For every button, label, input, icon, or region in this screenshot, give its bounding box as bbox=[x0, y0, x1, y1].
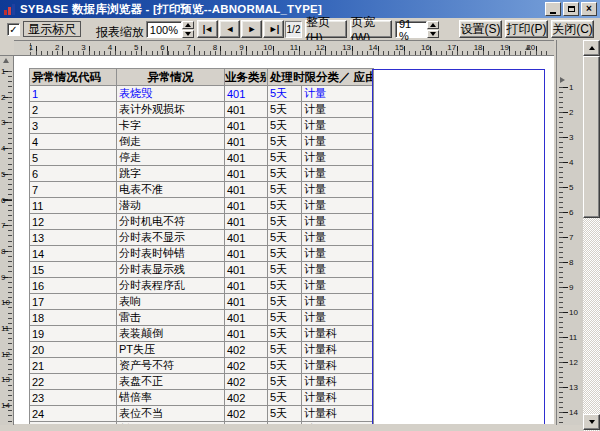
ruler-number: 11 bbox=[569, 333, 577, 342]
print-button[interactable]: 打印(P) bbox=[505, 20, 548, 38]
ruler-number: 13 bbox=[1, 375, 10, 384]
minimize-icon bbox=[550, 12, 556, 14]
table-cell: 计量科 bbox=[302, 374, 374, 390]
ruler-number: 3 bbox=[1, 118, 5, 127]
restore-icon bbox=[568, 6, 575, 12]
table-cell: 计量 bbox=[302, 246, 374, 262]
table-cell: 计量 bbox=[302, 230, 374, 246]
ruler-number: 10 bbox=[569, 308, 578, 317]
table-row: 16分时表程序乱4015天计量 bbox=[30, 278, 374, 294]
table-cell: PT失压 bbox=[117, 342, 225, 358]
table-row: 7电表不准4015天计量 bbox=[30, 182, 374, 198]
scale-up-button[interactable] bbox=[427, 21, 439, 29]
table-cell: 402 bbox=[225, 422, 268, 425]
toolbar: ✓ 显示标尺 报表缩放 100% |◄ ◄ ► ►| 1/2 整页(H) 页宽(… bbox=[0, 18, 600, 40]
table-cell: 401 bbox=[225, 182, 268, 198]
ruler-number: 5 bbox=[1, 169, 5, 178]
column-header: 异常情况 bbox=[117, 69, 225, 86]
scale-down-button[interactable] bbox=[427, 30, 439, 38]
table-cell: 5天 bbox=[268, 86, 302, 102]
ruler-number: 18 bbox=[474, 43, 483, 52]
ruler-number: 14 bbox=[1, 401, 10, 410]
up-arrow-icon bbox=[185, 23, 191, 27]
table-row: 13分时表不显示4015天计量 bbox=[30, 230, 374, 246]
ruler-number: 20 bbox=[526, 43, 535, 52]
table-cell: 4 bbox=[30, 134, 117, 150]
ruler-number: 16 bbox=[421, 43, 430, 52]
table-cell: 16 bbox=[30, 278, 117, 294]
table-cell: 潜动 bbox=[117, 198, 225, 214]
table-cell: 402 bbox=[225, 342, 268, 358]
table-cell: 401 bbox=[225, 150, 268, 166]
table-cell: 计量 bbox=[302, 182, 374, 198]
table-cell: 25 bbox=[30, 422, 117, 425]
table-cell: 5天 bbox=[268, 326, 302, 342]
table-row: 24表位不当4025天计量科 bbox=[30, 406, 374, 422]
table-cell: 表烧毁 bbox=[117, 86, 225, 102]
table-cell: 24 bbox=[30, 406, 117, 422]
table-cell: 5天 bbox=[268, 150, 302, 166]
ruler-number: 10 bbox=[1, 298, 10, 307]
table-cell: 计量科 bbox=[302, 422, 374, 425]
table-cell: 5天 bbox=[268, 230, 302, 246]
first-page-button[interactable]: |◄ bbox=[197, 20, 218, 38]
prev-page-button[interactable]: ◄ bbox=[219, 20, 240, 38]
scale-value[interactable]: 91 % bbox=[395, 21, 427, 38]
table-cell: 倒走 bbox=[117, 134, 225, 150]
table-cell: 计量 bbox=[302, 134, 374, 150]
ruler-number: 14 bbox=[569, 408, 578, 417]
table-cell: 卡字 bbox=[117, 118, 225, 134]
table-cell: 5天 bbox=[268, 246, 302, 262]
check-icon: ✓ bbox=[9, 25, 17, 35]
app-window: SYBASE 数据库浏览器 - [打印预览--ABNORMAL_TYPE] × … bbox=[0, 0, 600, 431]
table-cell: 5天 bbox=[268, 278, 302, 294]
table-cell: 表装颠倒 bbox=[117, 326, 225, 342]
ruler-number: 1 bbox=[569, 83, 573, 92]
next-page-button[interactable]: ► bbox=[241, 20, 262, 38]
whole-page-button[interactable]: 整页(H) bbox=[305, 20, 347, 38]
up-arrow-icon bbox=[589, 46, 595, 50]
close-preview-button[interactable]: 关闭(C) bbox=[551, 20, 594, 38]
table-cell: 401 bbox=[225, 310, 268, 326]
table-cell: 7 bbox=[30, 182, 117, 198]
report-page: 异常情况代码异常情况业务类别处理时限分类／ 应由何部门处理1表烧毁4015天计量… bbox=[14, 56, 554, 424]
table-row: 23错倍率4025天计量科 bbox=[30, 390, 374, 406]
table-cell: 401 bbox=[225, 278, 268, 294]
close-window-button[interactable]: × bbox=[581, 2, 597, 16]
scroll-down-button[interactable] bbox=[583, 414, 600, 430]
table-row: 6跳字4015天计量 bbox=[30, 166, 374, 182]
restore-button[interactable] bbox=[563, 2, 579, 16]
table-row: 14分时表时钟错4015天计量 bbox=[30, 246, 374, 262]
table-cell: 14 bbox=[30, 246, 117, 262]
ruler-number: 2 bbox=[55, 43, 59, 52]
report-zoom-value[interactable]: 100% bbox=[146, 21, 182, 38]
right-ruler-margin-marker[interactable] bbox=[560, 77, 565, 83]
report-zoom-label: 报表缩放 bbox=[96, 24, 144, 41]
minimize-button[interactable] bbox=[545, 2, 561, 16]
vertical-scrollbar[interactable] bbox=[583, 40, 600, 431]
ruler-number: 4 bbox=[108, 43, 112, 52]
table-cell: 19 bbox=[30, 326, 117, 342]
top-margin-marker[interactable] bbox=[3, 58, 9, 63]
ruler-number: 9 bbox=[569, 283, 573, 292]
table-cell: 计量科 bbox=[302, 390, 374, 406]
page-width-button[interactable]: 页宽(W) bbox=[350, 20, 392, 38]
scrollbar-thumb[interactable] bbox=[583, 56, 600, 218]
table-row: 18雷击4015天计量 bbox=[30, 310, 374, 326]
table-cell: 5天 bbox=[268, 198, 302, 214]
ruler-number: 13 bbox=[342, 43, 351, 52]
table-cell: 401 bbox=[225, 102, 268, 118]
scroll-up-button[interactable] bbox=[583, 40, 600, 56]
show-ruler-checkbox[interactable]: ✓ bbox=[7, 23, 20, 36]
zoom-up-button[interactable] bbox=[182, 21, 194, 29]
table-cell: 5天 bbox=[268, 294, 302, 310]
ruler-number: 6 bbox=[1, 195, 5, 204]
show-ruler-label[interactable]: 显示标尺 bbox=[23, 21, 81, 37]
ruler-number: 10 bbox=[263, 43, 272, 52]
last-page-button[interactable]: ►| bbox=[263, 20, 284, 38]
settings-button[interactable]: 设置(S) bbox=[459, 20, 502, 38]
table-cell: 表位不当 bbox=[117, 406, 225, 422]
table-cell: 11 bbox=[30, 198, 117, 214]
table-cell: 5天 bbox=[268, 214, 302, 230]
zoom-down-button[interactable] bbox=[182, 30, 194, 38]
